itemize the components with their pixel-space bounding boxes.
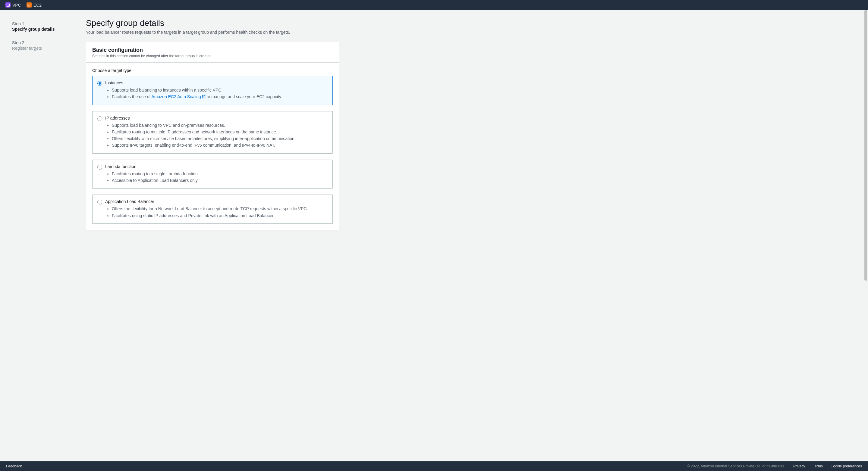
step-2[interactable]: Step 2 Register targets: [12, 37, 74, 56]
step-1-label: Step 1: [12, 22, 74, 26]
nav-ec2[interactable]: EC2: [27, 2, 41, 7]
list-item: Facilitates routing to multiple IP addre…: [112, 129, 328, 135]
target-type-instances[interactable]: Instances Supports load balancing to ins…: [92, 76, 333, 105]
text-prefix: Facilitates the use of: [112, 94, 152, 99]
list-item: Supports load balancing to instances wit…: [112, 87, 328, 93]
lambda-bullets: Facilitates routing to a single Lambda f…: [105, 171, 328, 184]
top-nav: VPC EC2: [0, 0, 868, 10]
content: Specify group details Your load balancer…: [74, 19, 351, 230]
step-1[interactable]: Step 1 Specify group details: [12, 19, 74, 37]
radio-icon: [97, 81, 102, 86]
vpc-icon: [5, 2, 10, 7]
list-item: Supports IPv6 targets, enabling end-to-e…: [112, 142, 328, 148]
list-item: Supports load balancing to VPC and on-pr…: [112, 122, 328, 128]
radio-content: Lambda function Facilitates routing to a…: [105, 164, 328, 184]
basic-config-title: Basic configuration: [92, 47, 333, 53]
lambda-title: Lambda function: [105, 164, 328, 169]
step-2-title: Register targets: [12, 46, 74, 51]
ip-bullets: Supports load balancing to VPC and on-pr…: [105, 122, 328, 148]
alb-title: Application Load Balancer: [105, 199, 328, 204]
card-body: Choose a target type Instances Supports …: [86, 63, 339, 230]
nav-ec2-label: EC2: [33, 3, 41, 7]
page-subtitle: Your load balancer routes requests to th…: [86, 30, 339, 35]
list-item: Accessible to Application Load Balancers…: [112, 177, 328, 183]
instances-title: Instances: [105, 80, 328, 85]
wizard-sidebar: Step 1 Specify group details Step 2 Regi…: [12, 19, 74, 230]
radio-icon: [97, 165, 102, 170]
card-header: Basic configuration Settings in this sec…: [86, 42, 339, 63]
step-1-title: Specify group details: [12, 27, 74, 32]
target-type-label: Choose a target type: [92, 68, 333, 73]
target-type-lambda[interactable]: Lambda function Facilitates routing to a…: [92, 160, 333, 189]
basic-config-subtitle: Settings in this section cannot be chang…: [92, 54, 333, 58]
list-item: Facilitates using static IP addresses an…: [112, 213, 328, 218]
list-item: Offers the flexibility for a Network Loa…: [112, 206, 328, 212]
list-item: Offers flexibility with microservice bas…: [112, 136, 328, 141]
alb-bullets: Offers the flexibility for a Network Loa…: [105, 206, 328, 218]
radio-content: Instances Supports load balancing to ins…: [105, 80, 328, 101]
ip-title: IP addresses: [105, 115, 328, 121]
list-item: Facilitates routing to a single Lambda f…: [112, 171, 328, 177]
target-type-alb[interactable]: Application Load Balancer Offers the fle…: [92, 195, 333, 224]
step-2-label: Step 2: [12, 40, 74, 45]
svg-point-1: [7, 4, 8, 5]
nav-vpc-label: VPC: [12, 3, 21, 7]
page-title: Specify group details: [86, 19, 339, 28]
scrollbar-track[interactable]: [864, 10, 868, 248]
main-container: Step 1 Specify group details Step 2 Regi…: [0, 10, 868, 248]
text-suffix: to manage and scale your EC2 capacity.: [206, 94, 282, 99]
external-link-icon: [202, 94, 206, 98]
radio-icon: [97, 200, 102, 204]
instances-bullets: Supports load balancing to instances wit…: [105, 87, 328, 100]
ec2-icon: [27, 2, 32, 7]
scrollbar-thumb[interactable]: [864, 10, 867, 248]
auto-scaling-link[interactable]: Amazon EC2 Auto Scaling: [152, 94, 206, 99]
radio-content: IP addresses Supports load balancing to …: [105, 115, 328, 149]
list-item: Facilitates the use of Amazon EC2 Auto S…: [112, 94, 328, 100]
basic-config-card: Basic configuration Settings in this sec…: [86, 42, 339, 230]
svg-rect-3: [29, 4, 30, 5]
nav-vpc[interactable]: VPC: [5, 2, 21, 7]
target-type-ip[interactable]: IP addresses Supports load balancing to …: [92, 111, 333, 154]
radio-icon: [97, 116, 102, 121]
radio-content: Application Load Balancer Offers the fle…: [105, 199, 328, 219]
